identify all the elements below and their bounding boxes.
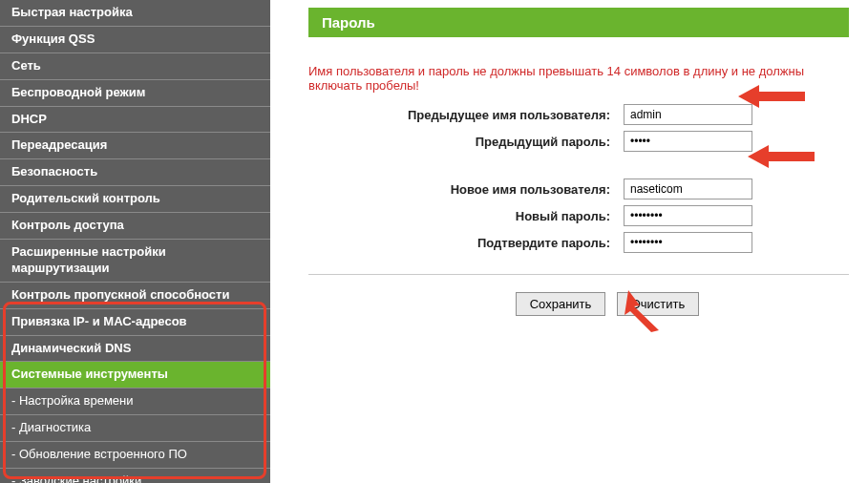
- input-new-user[interactable]: [624, 178, 752, 200]
- sidebar-item-access-control[interactable]: Контроль доступа: [0, 213, 270, 240]
- sidebar-item-label: Контроль доступа: [11, 218, 124, 232]
- sidebar-item-label: Контроль пропускной способности: [11, 287, 229, 302]
- input-prev-user[interactable]: [624, 104, 752, 125]
- label-new-user: Новое имя пользователя:: [308, 182, 624, 197]
- sidebar-item-qss[interactable]: Функция QSS: [0, 27, 270, 53]
- sidebar-item-parental[interactable]: Родительский контроль: [0, 186, 270, 213]
- sidebar-item-label: - Диагностика: [11, 420, 91, 434]
- sidebar-item-ip-mac[interactable]: Привязка IP- и МАС-адресов: [0, 309, 270, 336]
- sidebar-item-label: Родительский контроль: [11, 191, 160, 205]
- sidebar: Быстрая настройка Функция QSS Сеть Беспр…: [0, 0, 270, 483]
- sidebar-item-time[interactable]: - Настройка времени: [0, 388, 270, 415]
- label-prev-pass: Предыдущий пароль:: [308, 135, 624, 149]
- sidebar-item-ddns[interactable]: Динамический DNS: [0, 336, 270, 363]
- page-title: Пароль: [308, 8, 849, 37]
- label-confirm-pass: Подтвердите пароль:: [308, 236, 624, 250]
- sidebar-item-label: Сеть: [11, 58, 41, 73]
- sidebar-item-label: Безопасность: [11, 164, 97, 178]
- sidebar-item-label: - Заводские настройки: [11, 473, 141, 483]
- input-prev-pass[interactable]: [624, 131, 752, 152]
- sidebar-item-label: DHCP: [11, 112, 47, 126]
- sidebar-item-label: Функция QSS: [11, 32, 95, 46]
- sidebar-item-security[interactable]: Безопасность: [0, 159, 270, 186]
- sidebar-item-wireless[interactable]: Беспроводной режим: [0, 80, 270, 107]
- sidebar-item-network[interactable]: Сеть: [0, 53, 270, 80]
- sidebar-item-label: Беспроводной режим: [11, 85, 145, 99]
- label-new-pass: Новый пароль:: [308, 209, 624, 223]
- main-content: Пароль Имя пользователя и пароль не долж…: [270, 0, 868, 483]
- divider: [308, 274, 849, 275]
- sidebar-item-factory[interactable]: - Заводские настройки: [0, 469, 270, 483]
- save-button[interactable]: Сохранить: [516, 292, 606, 316]
- sidebar-item-forwarding[interactable]: Переадресация: [0, 133, 270, 159]
- sidebar-item-label: Расширенные настройки маршрутизации: [11, 244, 166, 275]
- sidebar-item-bandwidth[interactable]: Контроль пропускной способности: [0, 283, 270, 309]
- sidebar-item-label: - Обновление встроенного ПО: [11, 447, 187, 461]
- sidebar-item-firmware[interactable]: - Обновление встроенного ПО: [0, 442, 270, 469]
- label-prev-user: Предыдущее имя пользователя:: [308, 108, 624, 122]
- sidebar-item-label: Системные инструменты: [11, 367, 168, 381]
- input-new-pass[interactable]: [624, 205, 752, 226]
- sidebar-item-label: - Настройка времени: [11, 393, 134, 408]
- sidebar-item-label: Динамический DNS: [11, 341, 131, 355]
- sidebar-item-label: Быстрая настройка: [11, 5, 133, 19]
- sidebar-item-diagnostics[interactable]: - Диагностика: [0, 415, 270, 442]
- warning-text: Имя пользователя и пароль не должны прев…: [308, 64, 849, 93]
- sidebar-item-dhcp[interactable]: DHCP: [0, 107, 270, 134]
- sidebar-item-quick-setup[interactable]: Быстрая настройка: [0, 0, 270, 27]
- sidebar-item-label: Привязка IP- и МАС-адресов: [11, 314, 187, 328]
- sidebar-item-routing[interactable]: Расширенные настройки маршрутизации: [0, 240, 270, 283]
- clear-button[interactable]: Очистить: [617, 292, 700, 316]
- input-confirm-pass[interactable]: [624, 232, 752, 253]
- sidebar-item-label: Переадресация: [11, 137, 107, 152]
- sidebar-item-system-tools[interactable]: Системные инструменты: [0, 362, 270, 388]
